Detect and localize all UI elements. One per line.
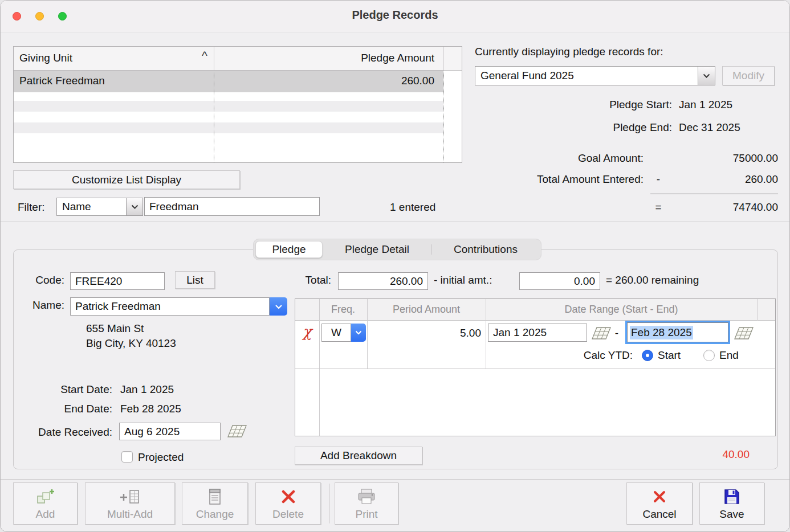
customize-list-display-button[interactable]: Customize List Display (13, 170, 240, 189)
change-button[interactable]: Change (182, 482, 248, 525)
date-end-input[interactable]: Feb 28 2025 (627, 322, 728, 342)
tab-bar: Pledge Pledge Detail Contributions (253, 239, 541, 260)
calendar-picker-icon[interactable] (227, 424, 247, 441)
net-remaining-value: 74740.00 (673, 201, 778, 214)
address-line1: 655 Main St (86, 322, 144, 335)
pledge-start-value: Jan 1 2025 (679, 99, 732, 111)
entered-count-label: 1 entered (390, 201, 435, 214)
pledge-amount-column-header[interactable]: Pledge Amount (214, 52, 439, 64)
total-entered-value: 260.00 (673, 173, 778, 186)
start-date-label: Start Date: (35, 383, 112, 396)
fund-select[interactable]: General Fund 2025 (475, 66, 698, 85)
calendar-picker-icon[interactable] (734, 326, 754, 343)
giving-unit-cell: Patrick Freedman (19, 75, 105, 87)
filter-field-select[interactable]: Name (56, 198, 127, 216)
tab-contributions-label: Contributions (454, 243, 518, 256)
add-breakdown-button[interactable]: Add Breakdown (295, 447, 422, 465)
grid-line (367, 321, 368, 369)
delete-button[interactable]: Delete (255, 482, 321, 525)
fund-dropdown-button[interactable] (698, 66, 715, 85)
print-button[interactable]: Print (335, 482, 398, 525)
calendar-picker-icon[interactable] (592, 326, 611, 343)
freq-value: W (331, 326, 341, 339)
fund-panel-heading: Currently displaying pledge records for: (475, 46, 663, 58)
tab-pledge[interactable]: Pledge (255, 241, 323, 258)
total-input[interactable] (338, 272, 428, 290)
code-label: Code: (23, 274, 64, 287)
filter-value-input[interactable] (144, 197, 320, 216)
tab-contributions[interactable]: Contributions (432, 241, 539, 258)
calc-ytd-start-radio[interactable] (642, 350, 653, 361)
calc-ytd-start-label: Start (658, 349, 681, 362)
title-bar: Pledge Records (1, 1, 789, 32)
freq-select[interactable]: W (321, 324, 351, 342)
giving-unit-table: Giving Unit ^ Pledge Amount Patrick Free… (13, 46, 462, 163)
window-title: Pledge Records (1, 9, 789, 22)
grid-line (319, 321, 320, 436)
projected-checkbox[interactable] (121, 451, 133, 463)
code-input[interactable] (70, 272, 165, 290)
delete-icon (280, 487, 296, 506)
name-dropdown-button[interactable] (270, 297, 287, 316)
freq-column-header: Freq. (319, 304, 367, 316)
toolbar-divider (1, 479, 790, 480)
date-received-input[interactable] (119, 423, 221, 440)
sort-ascending-icon: ^ (202, 49, 207, 63)
selected-text: Feb 28 2025 (630, 326, 693, 339)
pledge-start-label: Pledge Start: (535, 99, 672, 111)
minus-sign: - (651, 173, 665, 186)
goal-amount-value: 75000.00 (656, 152, 778, 165)
date-start-input[interactable] (488, 324, 587, 342)
filter-field-dropdown-button[interactable] (127, 198, 143, 216)
cancel-icon (652, 487, 667, 506)
cancel-button[interactable]: Cancel (626, 482, 693, 525)
modify-button[interactable]: Modify (722, 66, 775, 85)
pledge-end-label: Pledge End: (535, 121, 672, 134)
start-date-value: Jan 1 2025 (120, 383, 174, 396)
save-button[interactable]: Save (699, 482, 764, 525)
toolbar-separator (329, 484, 329, 523)
initial-amt-label: - initial amt.: (434, 274, 492, 287)
goal-amount-label: Goal Amount: (507, 152, 644, 165)
initial-amt-input[interactable] (519, 272, 600, 290)
pledge-end-value: Dec 31 2025 (679, 121, 740, 134)
calc-ytd-end-radio[interactable] (703, 350, 715, 361)
pledge-records-window: Pledge Records Giving Unit ^ Pledge Amou… (0, 0, 790, 532)
add-button[interactable]: Add (13, 482, 78, 525)
tab-pledge-detail[interactable]: Pledge Detail (323, 241, 431, 258)
remaining-text: = 260.00 remaining (606, 274, 699, 287)
column-divider (214, 71, 214, 162)
multi-add-button[interactable]: Multi-Add (85, 482, 175, 525)
breakdown-header: Freq. Period Amount Date Range (Start - … (295, 299, 775, 321)
chevron-down-icon (131, 204, 139, 209)
giving-unit-column-header[interactable]: Giving Unit (19, 52, 72, 64)
grid-line (295, 369, 775, 369)
multi-add-button-label: Multi-Add (107, 508, 153, 521)
pledge-amount-cell: 260.00 (214, 75, 439, 87)
address-line2: Big City, KY 40123 (86, 337, 176, 350)
delete-row-icon[interactable]: χ (299, 323, 316, 340)
date-received-label: Date Received: (21, 426, 112, 439)
print-button-label: Print (355, 508, 377, 521)
list-button[interactable]: List (175, 271, 215, 289)
customize-list-display-label: Customize List Display (72, 174, 181, 186)
period-amount-column-header: Period Amount (367, 304, 486, 316)
add-icon (35, 487, 56, 506)
table-scrollbar[interactable] (443, 71, 462, 162)
tab-pledge-detail-label: Pledge Detail (345, 243, 409, 256)
giving-unit-table-header: Giving Unit ^ Pledge Amount (14, 47, 462, 71)
freq-dropdown-button[interactable] (351, 324, 366, 342)
period-amount-cell[interactable]: 5.00 (369, 327, 481, 339)
breakdown-table: Freq. Period Amount Date Range (Start - … (295, 298, 776, 436)
chevron-down-icon (355, 330, 362, 335)
table-row[interactable]: Patrick Freedman 260.00 (14, 71, 443, 92)
calc-ytd-end-label: End (719, 349, 739, 362)
name-input[interactable] (70, 297, 270, 316)
chevron-down-icon (703, 73, 710, 78)
delete-button-label: Delete (272, 508, 304, 521)
add-button-label: Add (36, 508, 55, 521)
date-range-dash: - (612, 327, 621, 339)
multi-add-icon (119, 487, 141, 506)
date-range-column-header: Date Range (Start - End) (486, 304, 757, 316)
end-date-label: End Date: (35, 403, 112, 415)
